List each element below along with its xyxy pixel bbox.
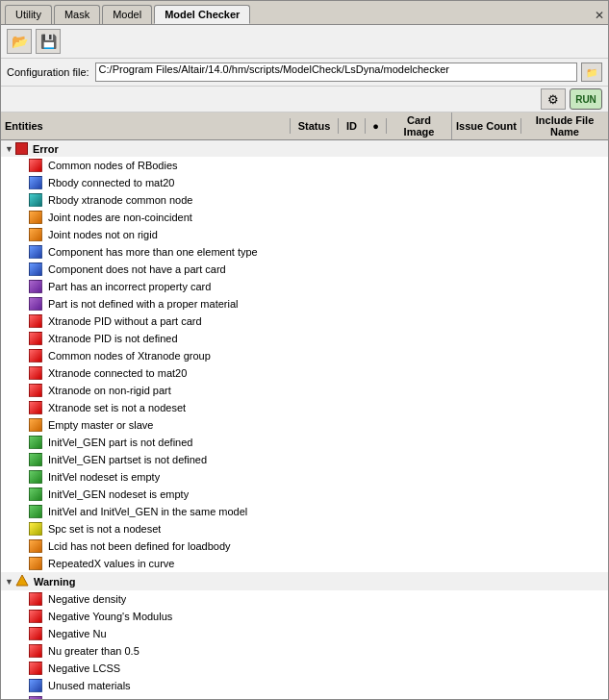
browse-button[interactable]: 📁 [581,62,602,82]
item-icon [28,538,43,554]
list-item[interactable]: Common nodes of RBodies [1,157,608,174]
settings-icon: ⚙ [547,92,559,107]
list-item[interactable]: Lcid has not been defined for loadbody [1,538,608,555]
item-label: InitVel_GEN part is not defined [48,437,192,448]
settings-button[interactable]: ⚙ [541,88,566,110]
cube-icon [29,262,42,276]
cube-icon [29,662,42,675]
list-item[interactable]: Rbody connected to mat20 [1,174,608,191]
list-item[interactable]: Xtranode set is not a nodeset [1,399,608,416]
cube-icon [29,211,42,224]
list-item[interactable]: Rbody xtranode common node [1,191,608,209]
item-label: Negative density [48,593,126,605]
item-icon [28,504,43,519]
run-button[interactable]: RUN [570,88,602,110]
list-item[interactable]: InitVel_GEN part is not defined [1,434,608,451]
col-header-id: ID [339,118,366,134]
col-header-issue: Issue Count [452,118,521,134]
item-label: Lcid has not been defined for loadbody [48,540,231,552]
cube-icon [29,436,42,449]
list-item[interactable]: Xtranode PID is not defined [1,330,608,347]
item-icon [28,227,43,242]
cube-icon [29,366,42,380]
tab-model-checker[interactable]: Model Checker [154,5,250,24]
list-item[interactable]: Component has more than one element type [1,243,608,261]
cube-icon [29,314,42,328]
item-icon [28,609,43,624]
item-icon [28,175,43,190]
list-item[interactable]: Spc set is not a nodeset [1,520,608,538]
browse-icon: 📁 [586,67,597,78]
list-item[interactable]: InitVel_GEN partset is not defined [1,451,608,468]
list-item[interactable]: Part has an incorrect property card [1,278,608,295]
list-item[interactable]: Xtranode connected to mat20 [1,364,608,382]
cube-icon [29,557,42,570]
list-item[interactable]: Negative Young's Modulus [1,608,608,625]
cube-icon [29,610,42,623]
cube-icon [29,627,42,640]
config-path: C:/Program Files/Altair/14.0/hm/scripts/… [95,62,577,82]
list-item[interactable]: Negative LCSS [1,660,608,677]
item-label: Component does not have a part card [48,263,226,275]
list-item[interactable]: Negative density [1,590,608,608]
tree-area[interactable]: ▼Error Common nodes of RBodies Rbody con… [1,140,608,699]
cube-icon [29,644,42,658]
list-item[interactable]: Component does not have a part card [1,261,608,278]
list-item[interactable]: Common nodes of Xtranode group [1,347,608,364]
cube-icon [29,193,42,207]
tab-model[interactable]: Model [102,5,152,24]
svg-marker-0 [16,575,28,586]
item-icon [28,452,43,467]
list-item[interactable]: InitVel_GEN nodeset is empty [1,486,608,503]
cube-icon [29,176,42,189]
item-label: Component has more than one element type [48,246,258,258]
col-header-status: Status [291,118,339,134]
group-error[interactable]: ▼Error [1,140,608,157]
item-label: Xtranode on non-rigid part [48,385,171,396]
group-label: Warning [34,576,76,588]
item-label: Nu greater than 0.5 [48,645,140,657]
item-icon [28,556,43,571]
list-item[interactable]: InitVel nodeset is empty [1,468,608,486]
list-item[interactable]: InitVel and InitVel_GEN in the same mode… [1,503,608,520]
item-icon [28,313,43,329]
item-label: InitVel_GEN nodeset is empty [48,488,189,500]
col-header-color: ● [366,118,387,134]
item-label: Negative Young's Modulus [48,611,172,622]
column-headers: Entities Status ID ● Card Image Issue Co… [1,112,608,140]
item-icon [28,695,43,699]
cube-icon [29,159,42,172]
item-icon [28,279,43,294]
item-label: Negative LCSS [48,662,120,674]
item-icon [28,469,43,485]
list-item[interactable]: Negative Nu [1,625,608,642]
list-item[interactable]: Joint nodes not on rigid [1,226,608,243]
list-item[interactable]: Unused properties [1,694,608,699]
cube-icon [29,401,42,414]
item-label: Negative Nu [48,628,107,639]
group-warning[interactable]: ▼Warning [1,572,608,590]
open-button[interactable]: 📂 [7,29,32,54]
list-item[interactable]: RepeatedX values in curve [1,555,608,572]
tab-bar: Utility Mask Model Model Checker ✕ [1,1,608,25]
cube-icon [29,505,42,518]
list-item[interactable]: Joint nodes are non-coincident [1,209,608,226]
item-icon [28,643,43,659]
list-item[interactable]: Nu greater than 0.5 [1,642,608,660]
item-icon [28,678,43,693]
item-icon [28,158,43,173]
list-item[interactable]: Empty master or slave [1,416,608,434]
list-item[interactable]: Part is not defined with a proper materi… [1,295,608,312]
item-label: InitVel and InitVel_GEN in the same mode… [48,506,247,517]
list-item[interactable]: Xtranode PID without a part card [1,312,608,330]
tab-mask[interactable]: Mask [54,5,100,24]
list-item[interactable]: Unused materials [1,677,608,694]
list-item[interactable]: Xtranode on non-rigid part [1,382,608,399]
tab-utility[interactable]: Utility [5,5,52,24]
item-label: Rbody xtranode common node [48,194,192,206]
main-window: Utility Mask Model Model Checker ✕ 📂 💾 C… [0,0,609,700]
save-button[interactable]: 💾 [36,29,61,54]
item-label: Xtranode connected to mat20 [48,367,187,379]
cube-icon [29,470,42,484]
close-button[interactable]: ✕ [595,9,604,22]
